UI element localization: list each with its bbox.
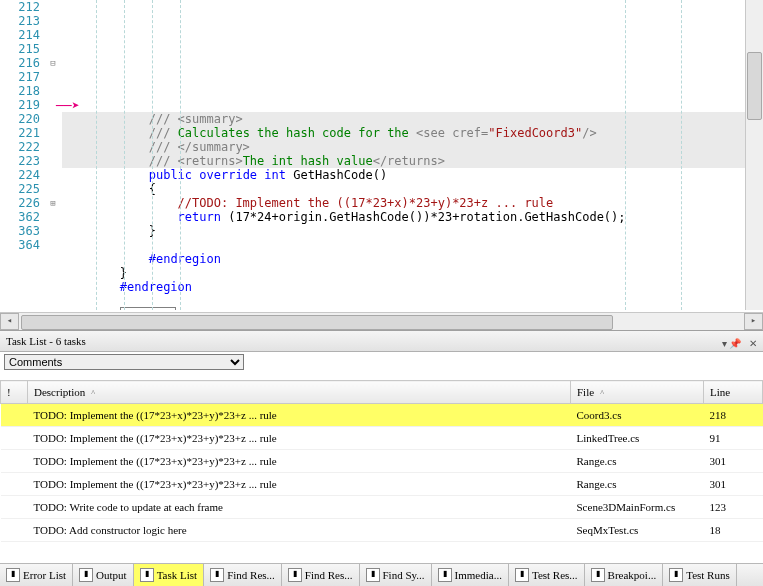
fold-toggle [44, 182, 62, 196]
code-line[interactable]: /// <returns>The int hash value</returns… [62, 154, 745, 168]
tasklist-title: Task List - 6 tasks [6, 335, 86, 347]
task-line: 123 [704, 496, 763, 519]
bottom-tab[interactable]: ▮Task List [134, 564, 204, 586]
task-row[interactable]: TODO: Implement the ((17*23+x)*23+y)*23+… [1, 473, 763, 496]
task-row[interactable]: TODO: Implement the ((17*23+x)*23+y)*23+… [1, 404, 763, 427]
tab-label: Task List [157, 569, 197, 581]
code-line[interactable]: //TODO: Implement the ((17*23+x)*23+y)*2… [62, 196, 745, 210]
task-line: 301 [704, 473, 763, 496]
task-desc: TODO: Implement the ((17*23+x)*23+y)*23+… [28, 473, 571, 496]
bottom-tab[interactable]: ▮Find Res... [282, 564, 360, 586]
task-row[interactable]: TODO: Write code to update at each frame… [1, 496, 763, 519]
tab-icon: ▮ [140, 568, 154, 582]
line-number: 363 [0, 224, 40, 238]
tab-icon: ▮ [79, 568, 93, 582]
tab-label: Error List [23, 569, 66, 581]
code-line[interactable]: } [62, 224, 745, 238]
bookmark-arrow-icon: ──➤ [56, 98, 79, 113]
fold-toggle [44, 112, 62, 126]
tasklist-filter-row: Comments [0, 352, 763, 380]
line-number: 215 [0, 42, 40, 56]
fold-toggle [44, 84, 62, 98]
code-editor[interactable]: 2122132142152162172182192202212222232242… [0, 0, 763, 331]
pin-icon[interactable]: ▾ 📌 [722, 334, 742, 354]
code-line[interactable]: } [62, 266, 745, 280]
col-line[interactable]: Line [704, 381, 763, 404]
editor-vertical-scrollbar[interactable] [745, 0, 763, 310]
bottom-tab[interactable]: ▮Error List [0, 564, 73, 586]
tasklist-grid[interactable]: ! Description^ File^ Line TODO: Implemen… [0, 380, 763, 586]
code-line[interactable]: /// Calculates the hash code for the <se… [62, 126, 745, 140]
tasklist-title-bar: Task List - 6 tasks ▾ 📌 ✕ [0, 331, 763, 352]
bottom-tab[interactable]: ▮Find Res... [204, 564, 282, 586]
task-desc: TODO: Write code to update at each frame [28, 496, 571, 519]
task-line: 91 [704, 427, 763, 450]
tab-label: Find Res... [305, 569, 353, 581]
code-area[interactable]: /// <summary> /// Calculates the hash co… [62, 0, 745, 310]
line-number: 224 [0, 168, 40, 182]
tab-icon: ▮ [366, 568, 380, 582]
tab-label: Test Res... [532, 569, 578, 581]
tab-label: Output [96, 569, 127, 581]
code-line[interactable]: /// </summary> [62, 140, 745, 154]
fold-toggle [44, 224, 62, 238]
line-number: 219 [0, 98, 40, 112]
code-line[interactable] [62, 294, 745, 308]
code-line[interactable]: Tree CS [62, 308, 745, 310]
code-line[interactable]: #endregion [62, 252, 745, 266]
bottom-tab[interactable]: ▮Test Runs [663, 564, 737, 586]
code-line[interactable]: #endregion [62, 280, 745, 294]
task-desc: TODO: Implement the ((17*23+x)*23+y)*23+… [28, 450, 571, 473]
task-row[interactable]: TODO: Add constructor logic hereSeqMxTes… [1, 519, 763, 542]
line-number: 214 [0, 28, 40, 42]
task-line: 301 [704, 450, 763, 473]
col-description[interactable]: Description^ [28, 381, 571, 404]
scroll-right-icon[interactable]: ▸ [744, 313, 763, 330]
code-line[interactable]: return (17*24+origin.GetHashCode())*23+r… [62, 210, 745, 224]
bottom-tab-strip[interactable]: ▮Error List▮Output▮Task List▮Find Res...… [0, 563, 763, 586]
fold-toggle[interactable]: ⊟ [44, 56, 62, 70]
fold-toggle [44, 42, 62, 56]
code-line[interactable]: /// <summary> [62, 112, 745, 126]
code-line[interactable]: public override int GetHashCode() [62, 168, 745, 182]
fold-toggle [44, 168, 62, 182]
bottom-tab[interactable]: ▮Immedia... [432, 564, 509, 586]
fold-toggle [44, 140, 62, 154]
line-number: 226 [0, 196, 40, 210]
editor-horizontal-scrollbar[interactable]: ◂ ▸ [0, 312, 763, 330]
task-file: Scene3DMainForm.cs [571, 496, 704, 519]
col-file[interactable]: File^ [571, 381, 704, 404]
fold-toggle [44, 28, 62, 42]
bottom-tab[interactable]: ▮Breakpoi... [585, 564, 664, 586]
tab-label: Test Runs [686, 569, 730, 581]
tab-icon: ▮ [669, 568, 683, 582]
close-icon[interactable]: ✕ [749, 334, 757, 354]
bottom-tab[interactable]: ▮Test Res... [509, 564, 585, 586]
tab-label: Find Res... [227, 569, 275, 581]
tab-label: Immedia... [455, 569, 502, 581]
scroll-left-icon[interactable]: ◂ [0, 313, 19, 330]
task-row[interactable]: TODO: Implement the ((17*23+x)*23+y)*23+… [1, 427, 763, 450]
line-number-gutter: 2122132142152162172182192202212222232242… [0, 0, 44, 310]
fold-toggle [44, 14, 62, 28]
task-row[interactable]: TODO: Implement the ((17*23+x)*23+y)*23+… [1, 450, 763, 473]
tab-icon: ▮ [6, 568, 20, 582]
col-priority[interactable]: ! [1, 381, 28, 404]
task-line: 18 [704, 519, 763, 542]
line-number: 364 [0, 238, 40, 252]
fold-toggle[interactable]: ⊞ [44, 196, 62, 210]
bottom-tab[interactable]: ▮Output [73, 564, 134, 586]
line-number: 222 [0, 140, 40, 154]
fold-toggle [44, 0, 62, 14]
code-line[interactable] [62, 238, 745, 252]
task-file: SeqMxTest.cs [571, 519, 704, 542]
task-file: Range.cs [571, 450, 704, 473]
tasklist-filter-combo[interactable]: Comments [4, 354, 244, 370]
fold-toggle [44, 210, 62, 224]
bottom-tab[interactable]: ▮Find Sy... [360, 564, 432, 586]
code-line[interactable]: { [62, 182, 745, 196]
tab-label: Find Sy... [383, 569, 425, 581]
fold-gutter[interactable]: ⊟⊞ [44, 0, 62, 310]
fold-toggle [44, 154, 62, 168]
task-file: Range.cs [571, 473, 704, 496]
